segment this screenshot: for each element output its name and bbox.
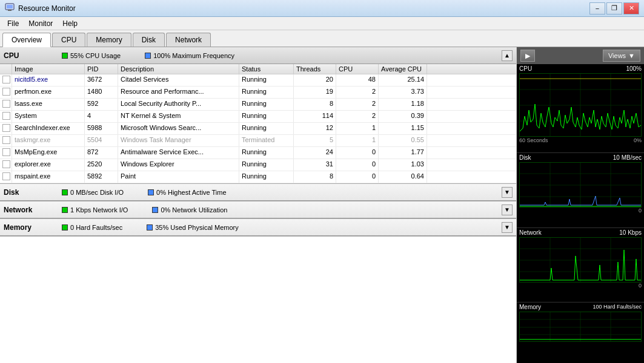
memory-expand-button[interactable]: ▼ <box>502 222 513 233</box>
row-image: explorer.exe <box>12 159 85 171</box>
row-extra <box>427 159 437 171</box>
row-check[interactable] <box>0 159 12 171</box>
minimize-button[interactable]: − <box>589 2 605 15</box>
disk-chart-svg <box>520 163 641 208</box>
tab-memory[interactable]: Memory <box>87 33 131 47</box>
cpu-stat2: 100% Maximum Frequency <box>145 52 234 59</box>
cpu-stat2-label: 100% Maximum Frequency <box>153 52 234 59</box>
row-pid: 2520 <box>85 159 118 171</box>
row-avg-cpu: 0.39 <box>379 111 427 122</box>
row-check[interactable] <box>0 135 12 146</box>
cpu-chart-time: 60 Seconds 0% <box>519 137 642 143</box>
row-check[interactable] <box>0 171 12 183</box>
tab-cpu[interactable]: CPU <box>52 33 85 47</box>
disk-chart-zero: 0 <box>639 208 642 214</box>
network-stat1-label: 1 Kbps Network I/O <box>70 206 128 214</box>
right-nav-button[interactable]: ▶ <box>520 50 535 62</box>
disk-chart-section: Disk 10 MB/sec 0 <box>517 153 644 227</box>
restore-button[interactable]: ❐ <box>606 2 622 15</box>
row-cpu: 1 <box>336 123 379 134</box>
menu-monitor[interactable]: Monitor <box>24 18 58 29</box>
row-avg-cpu: 0.64 <box>379 171 427 183</box>
row-image: nicitdl5.exe <box>12 74 85 86</box>
views-arrow-icon: ▼ <box>628 52 635 59</box>
table-row[interactable]: System 4 NT Kernel & System Running 114 … <box>0 111 516 123</box>
row-pid: 872 <box>85 147 118 159</box>
memory-chart-svg <box>520 312 641 342</box>
row-pid: 5892 <box>85 171 118 183</box>
disk-chart-label: Disk 10 MB/sec <box>519 154 642 161</box>
menu-file[interactable]: File <box>2 18 24 29</box>
disk-section: Disk 0 MB/sec Disk I/O 0% Highest Active… <box>0 184 516 201</box>
row-check[interactable] <box>0 147 12 159</box>
table-row[interactable]: taskmgr.exe 5504 Windows Task Manager Te… <box>0 135 516 147</box>
left-panel: CPU 55% CPU Usage 100% Maximum Frequency… <box>0 47 517 363</box>
memory-stat1-dot <box>62 224 68 231</box>
row-avg-cpu: 1.18 <box>379 99 427 110</box>
row-check[interactable] <box>0 111 12 122</box>
row-status: Running <box>239 171 294 183</box>
row-threads: 114 <box>294 111 336 122</box>
row-status: Running <box>239 99 294 110</box>
network-expand-button[interactable]: ▼ <box>502 204 513 215</box>
tab-overview[interactable]: Overview <box>2 33 51 47</box>
row-check[interactable] <box>0 123 12 134</box>
tab-network[interactable]: Network <box>166 33 211 47</box>
row-pid: 5988 <box>85 123 118 134</box>
row-pid: 5504 <box>85 135 118 146</box>
col-image[interactable]: Image <box>12 64 85 74</box>
row-check[interactable] <box>0 99 12 110</box>
tab-disk[interactable]: Disk <box>133 33 165 47</box>
views-button[interactable]: Views ▼ <box>603 50 640 62</box>
row-threads: 24 <box>294 147 336 159</box>
table-row[interactable]: SearchIndexer.exe 5988 Microsoft Windows… <box>0 123 516 135</box>
row-check[interactable] <box>0 87 12 98</box>
col-status[interactable]: Status <box>239 64 294 74</box>
menu-help[interactable]: Help <box>58 18 82 29</box>
row-cpu: 1 <box>336 135 379 146</box>
memory-section-header[interactable]: Memory 0 Hard Faults/sec 35% Used Physic… <box>0 219 516 236</box>
row-extra <box>427 135 437 146</box>
menu-bar: File Monitor Help <box>0 17 644 30</box>
memory-stat1-label: 0 Hard Faults/sec <box>70 224 122 231</box>
cpu-table-header: Image PID Description Status Threads CPU… <box>0 64 516 74</box>
col-avg-cpu[interactable]: Average CPU <box>379 64 427 74</box>
row-pid: 3672 <box>85 74 118 86</box>
row-status: Running <box>239 87 294 98</box>
table-row[interactable]: lsass.exe 592 Local Security Authority P… <box>0 99 516 111</box>
table-row[interactable]: mspaint.exe 5892 Paint Running 8 0 0.64 <box>0 171 516 183</box>
close-button[interactable]: ✕ <box>623 2 639 15</box>
table-row[interactable]: MsMpEng.exe 872 Antimalware Service Exec… <box>0 147 516 159</box>
row-threads: 19 <box>294 87 336 98</box>
network-section-header[interactable]: Network 1 Kbps Network I/O 0% Network Ut… <box>0 201 516 218</box>
row-cpu: 0 <box>336 171 379 183</box>
row-status: Running <box>239 123 294 134</box>
row-cpu: 0 <box>336 147 379 159</box>
row-threads: 5 <box>294 135 336 146</box>
col-threads[interactable]: Threads <box>294 64 336 74</box>
row-desc: Citadel Services <box>118 74 239 86</box>
row-desc: Microsoft Windows Searc... <box>118 123 239 134</box>
table-row[interactable]: explorer.exe 2520 Windows Explorer Runni… <box>0 159 516 171</box>
memory-chart <box>519 312 642 342</box>
col-desc[interactable]: Description <box>118 64 239 74</box>
table-row[interactable]: perfmon.exe 1480 Resource and Performanc… <box>0 87 516 99</box>
table-row[interactable]: nicitdl5.exe 3672 Citadel Services Runni… <box>0 74 516 87</box>
disk-stat1: 0 MB/sec Disk I/O <box>62 189 124 196</box>
cpu-expand-button[interactable]: ▲ <box>502 50 513 61</box>
disk-stat2-dot <box>148 189 154 195</box>
memory-section-title: Memory <box>4 223 52 232</box>
row-status: Running <box>239 74 294 86</box>
disk-expand-button[interactable]: ▼ <box>502 187 513 198</box>
disk-section-header[interactable]: Disk 0 MB/sec Disk I/O 0% Highest Active… <box>0 184 516 201</box>
row-threads: 8 <box>294 99 336 110</box>
row-desc: Antimalware Service Exec... <box>118 147 239 159</box>
col-cpu[interactable]: CPU <box>336 64 379 74</box>
row-desc: Paint <box>118 171 239 183</box>
network-section: Network 1 Kbps Network I/O 0% Network Ut… <box>0 201 516 219</box>
cpu-chart-section: CPU 100% 60 Secon <box>517 64 644 153</box>
cpu-section-header[interactable]: CPU 55% CPU Usage 100% Maximum Frequency… <box>0 47 516 64</box>
col-pid[interactable]: PID <box>85 64 118 74</box>
disk-chart <box>519 162 642 208</box>
row-check[interactable] <box>0 74 12 86</box>
